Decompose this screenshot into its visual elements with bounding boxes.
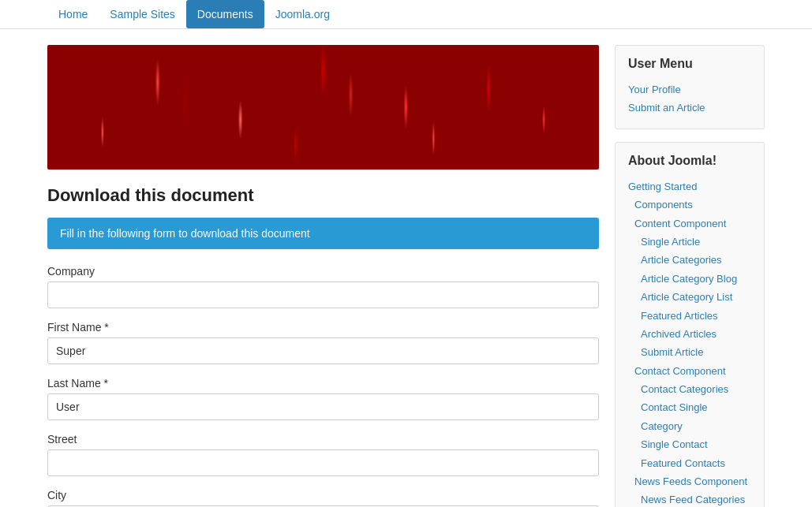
about-link[interactable]: Single Article bbox=[641, 233, 751, 251]
sidebar: User Menu Your ProfileSubmit an Article … bbox=[615, 45, 765, 507]
user-menu-links: Your ProfileSubmit an Article bbox=[628, 80, 751, 117]
user-menu-title: User Menu bbox=[628, 57, 751, 71]
user-menu-link[interactable]: Your Profile bbox=[628, 80, 751, 99]
hero-image bbox=[47, 45, 599, 170]
about-box: About Joomla! Getting StartedComponentsC… bbox=[615, 142, 765, 507]
about-link[interactable]: Archived Articles bbox=[641, 325, 751, 343]
about-link[interactable]: Components bbox=[634, 196, 751, 214]
city-label: City bbox=[47, 489, 599, 501]
about-link[interactable]: News Feeds Component bbox=[634, 472, 751, 490]
user-menu-link[interactable]: Submit an Article bbox=[628, 99, 751, 117]
user-menu-box: User Menu Your ProfileSubmit an Article bbox=[615, 45, 765, 129]
top-navigation: HomeSample SitesDocumentsJoomla.org bbox=[0, 0, 812, 29]
street-group: Street bbox=[47, 433, 599, 476]
about-link[interactable]: Article Category List bbox=[641, 288, 751, 306]
last-name-label: Last Name * bbox=[47, 377, 599, 390]
about-link[interactable]: Contact Single Category bbox=[641, 398, 751, 435]
about-link[interactable]: News Feed Categories bbox=[641, 490, 751, 507]
first-name-label: First Name * bbox=[47, 321, 599, 334]
about-link[interactable]: Contact Categories bbox=[641, 380, 751, 398]
about-link[interactable]: Submit Article bbox=[641, 343, 751, 361]
main-content: Download this document Fill in the follo… bbox=[47, 45, 599, 507]
company-label: Company bbox=[47, 265, 599, 278]
about-title: About Joomla! bbox=[628, 154, 751, 168]
about-links: Getting StartedComponentsContent Compone… bbox=[628, 177, 751, 507]
about-link[interactable]: Getting Started bbox=[628, 177, 751, 196]
company-input[interactable] bbox=[47, 281, 599, 308]
page-wrapper: Download this document Fill in the follo… bbox=[0, 29, 812, 507]
about-link[interactable]: Featured Articles bbox=[641, 307, 751, 325]
nav-item-sample-sites[interactable]: Sample Sites bbox=[99, 0, 185, 28]
nav-item-joomla.org[interactable]: Joomla.org bbox=[264, 0, 341, 28]
last-name-input[interactable] bbox=[47, 393, 599, 420]
street-label: Street bbox=[47, 433, 599, 445]
nav-item-documents[interactable]: Documents bbox=[186, 0, 264, 28]
info-banner: Fill in the following form to download t… bbox=[47, 218, 599, 249]
about-link[interactable]: Content Component bbox=[634, 214, 751, 233]
nav-item-home[interactable]: Home bbox=[47, 0, 99, 28]
page-title: Download this document bbox=[47, 185, 599, 206]
download-form: Company First Name * Last Name * Street … bbox=[47, 265, 599, 507]
last-name-group: Last Name * bbox=[47, 377, 599, 420]
first-name-group: First Name * bbox=[47, 321, 599, 364]
city-group: City bbox=[47, 489, 599, 507]
about-link[interactable]: Article Categories bbox=[641, 251, 751, 269]
company-group: Company bbox=[47, 265, 599, 308]
about-link[interactable]: Contact Component bbox=[634, 362, 751, 380]
street-input[interactable] bbox=[47, 449, 599, 476]
about-link[interactable]: Single Contact bbox=[641, 435, 751, 453]
first-name-input[interactable] bbox=[47, 337, 599, 364]
about-link[interactable]: Featured Contacts bbox=[641, 454, 751, 472]
about-link[interactable]: Article Category Blog bbox=[641, 270, 751, 288]
